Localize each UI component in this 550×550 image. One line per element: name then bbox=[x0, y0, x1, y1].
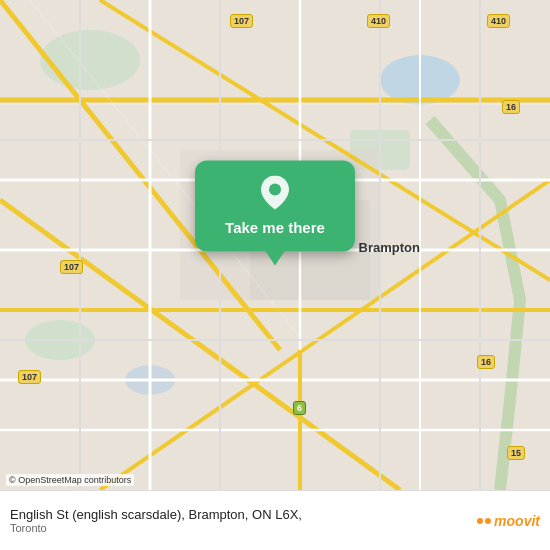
route-badge-107-left: 107 bbox=[60, 260, 83, 274]
svg-point-1 bbox=[40, 30, 140, 90]
take-me-there-button[interactable]: Take me there bbox=[215, 218, 335, 235]
address-line2: Toronto bbox=[10, 522, 540, 534]
route-badge-16-topright: 16 bbox=[502, 100, 520, 114]
address-line1: English St (english scarsdale), Brampton… bbox=[10, 507, 540, 522]
moovit-logo: moovit bbox=[477, 513, 540, 529]
map-container: 107 107 107 410 410 16 16 16 6 15 Brampt… bbox=[0, 0, 550, 490]
popup-card[interactable]: Take me there bbox=[195, 160, 355, 251]
osm-attribution: © OpenStreetMap contributors bbox=[6, 474, 134, 486]
route-badge-107-bottom: 107 bbox=[18, 370, 41, 384]
route-badge-410-right: 410 bbox=[487, 14, 510, 28]
route-badge-15: 15 bbox=[507, 446, 525, 460]
moovit-dots bbox=[477, 518, 491, 524]
route-badge-107-top: 107 bbox=[230, 14, 253, 28]
bottom-bar: English St (english scarsdale), Brampton… bbox=[0, 490, 550, 550]
route-badge-410-top: 410 bbox=[367, 14, 390, 28]
route-badge-6: 6 bbox=[293, 401, 306, 415]
moovit-brand-text: moovit bbox=[494, 513, 540, 529]
location-pin-icon bbox=[259, 176, 291, 208]
route-badge-16-bottom: 16 bbox=[477, 355, 495, 369]
svg-point-30 bbox=[269, 183, 281, 195]
moovit-dot-1 bbox=[477, 518, 483, 524]
moovit-dot-2 bbox=[485, 518, 491, 524]
